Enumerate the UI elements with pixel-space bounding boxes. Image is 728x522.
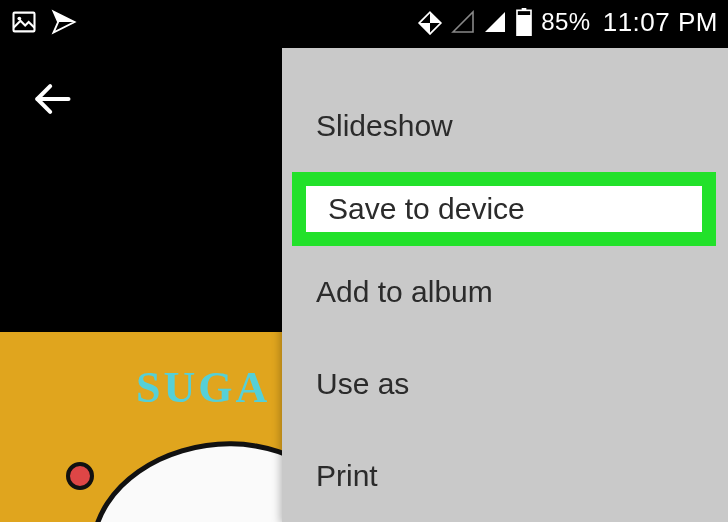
overflow-menu: Slideshow Save to device Add to album Us…: [282, 48, 728, 522]
menu-item-label: Print: [316, 459, 378, 493]
svg-rect-0: [14, 13, 35, 32]
status-clock: 11:07 PM: [603, 7, 718, 38]
menu-item-label: Slideshow: [316, 109, 453, 143]
menu-item-add-to-album[interactable]: Add to album: [282, 246, 728, 338]
wifi-icon: [417, 9, 443, 35]
status-right-icons: 85% 11:07 PM: [417, 7, 718, 38]
image-notification-icon: [10, 8, 38, 36]
menu-item-label: Use as: [316, 367, 409, 401]
menu-item-print[interactable]: Print: [282, 430, 728, 522]
signal-full-icon: [483, 10, 507, 34]
status-left-icons: [10, 8, 78, 36]
menu-item-label: Save to device: [328, 192, 525, 226]
svg-rect-4: [517, 15, 531, 36]
menu-item-save-to-device[interactable]: Save to device: [292, 172, 716, 246]
back-arrow-icon[interactable]: [30, 77, 74, 121]
status-bar: 85% 11:07 PM: [0, 0, 728, 44]
battery-percent: 85%: [541, 8, 591, 36]
menu-item-slideshow[interactable]: Slideshow: [282, 80, 728, 172]
photo-partial-text: SUGA: [136, 362, 270, 413]
signal-empty-icon: [451, 10, 475, 34]
send-notification-icon: [50, 8, 78, 36]
photo-dot: [66, 462, 94, 490]
menu-item-label: Add to album: [316, 275, 493, 309]
battery-icon: [515, 8, 533, 36]
menu-item-use-as[interactable]: Use as: [282, 338, 728, 430]
screen: 85% 11:07 PM SUGA Slideshow Save to devi…: [0, 0, 728, 522]
